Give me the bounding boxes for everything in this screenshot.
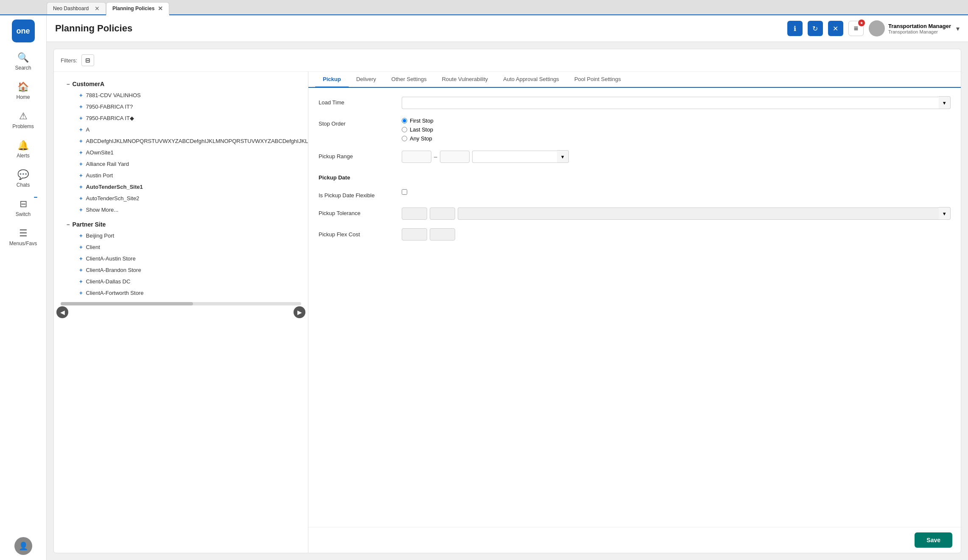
- stop-order-first-radio[interactable]: [402, 118, 407, 123]
- pickup-range-dropdown-button[interactable]: ▾: [557, 150, 569, 163]
- tree-item-abc[interactable]: + ABCDefghIJKLMNOPQRSTUVWXYZABCDefghIJKL…: [54, 135, 308, 147]
- pickup-flexible-checkbox-label[interactable]: [402, 189, 407, 195]
- info-button[interactable]: ℹ: [787, 21, 803, 36]
- stop-order-last-label: Last Stop: [410, 126, 433, 133]
- stop-order-any-stop[interactable]: Any Stop: [402, 135, 434, 142]
- content-body: Filters: ⊟ ◀ − CustomerA: [47, 42, 968, 560]
- search-icon: 🔍: [17, 52, 29, 63]
- app-logo[interactable]: one: [12, 20, 35, 42]
- tree-group-partnersite-header[interactable]: − Partner Site: [54, 219, 308, 230]
- pickup-flex-cost-label: Pickup Flex Cost: [319, 228, 395, 238]
- tree-item-label: ClientA-Dallas DC: [86, 278, 131, 285]
- tree-item-beijing[interactable]: + Beijing Port: [54, 230, 308, 241]
- browser-tabs: Neo Dashboard ✕ Planning Policies ✕: [0, 0, 968, 15]
- pickup-tolerance-control: ▾: [402, 207, 951, 220]
- chevron-down-icon: ▾: [956, 25, 960, 33]
- tree-item-autotender2[interactable]: + AutoTenderSch_Site2: [54, 193, 308, 204]
- tree-item-label: 7881-CDV VALINHOS: [86, 92, 141, 98]
- tree-item-clienta-brandon[interactable]: + ClientA-Brandon Store: [54, 264, 308, 276]
- tab-neo-dashboard-close[interactable]: ✕: [95, 5, 100, 12]
- tree-item-label: AutoTenderSch_Site1: [86, 184, 143, 190]
- tree-item-aownsite1[interactable]: + AOwnSite1: [54, 147, 308, 158]
- pickup-tolerance-unit-input[interactable]: [458, 207, 939, 220]
- pickup-tolerance-row: Pickup Tolerance ▾: [319, 207, 951, 220]
- tree-item-alliance[interactable]: + Alliance Rail Yard: [54, 158, 308, 170]
- tree-item-client[interactable]: + Client: [54, 241, 308, 253]
- refresh-button[interactable]: ↻: [808, 21, 823, 36]
- sidebar-item-switch[interactable]: ⊟ Switch: [4, 194, 42, 221]
- sidebar-item-chats[interactable]: 💬 Chats: [4, 165, 42, 192]
- tab-pickup[interactable]: Pickup: [315, 72, 349, 88]
- stop-order-last-radio[interactable]: [402, 127, 407, 132]
- pickup-flex-cost-input-1[interactable]: [402, 228, 427, 241]
- tree-item-expand-icon: +: [79, 115, 83, 121]
- tab-neo-dashboard[interactable]: Neo Dashboard ✕: [47, 2, 106, 14]
- tree-item-7881[interactable]: + 7881-CDV VALINHOS: [54, 90, 308, 101]
- tree-item-austin-port[interactable]: + Austin Port: [54, 170, 308, 181]
- pickup-flexible-label: Is Pickup Date Flexible: [319, 189, 395, 199]
- tree-scrollbar[interactable]: [61, 302, 301, 305]
- filter-button[interactable]: ⊟: [81, 54, 94, 66]
- load-time-row: Load Time ▾: [319, 96, 951, 109]
- tree-group-customerA-header[interactable]: − CustomerA: [54, 78, 308, 90]
- tree-item-show-more[interactable]: + Show More...: [54, 204, 308, 216]
- stop-order-first-label: First Stop: [410, 118, 434, 124]
- tab-delivery[interactable]: Delivery: [349, 72, 384, 88]
- stop-order-any-label: Any Stop: [410, 135, 432, 142]
- pickup-tolerance-dropdown-button[interactable]: ▾: [939, 207, 951, 220]
- tree-item-autotender1[interactable]: + AutoTenderSch_Site1: [54, 181, 308, 193]
- stop-order-first-stop[interactable]: First Stop: [402, 118, 434, 124]
- tree-item-clienta-fortworth[interactable]: + ClientA-Fortworth Store: [54, 287, 308, 299]
- pickup-flexible-checkbox[interactable]: [402, 189, 407, 195]
- tree-item-7950-1[interactable]: + 7950-FABRICA IT?: [54, 101, 308, 112]
- tree-item-clienta-dallas[interactable]: + ClientA-Dallas DC: [54, 276, 308, 287]
- stop-order-last-stop[interactable]: Last Stop: [402, 126, 434, 133]
- tab-planning-policies-close[interactable]: ✕: [158, 5, 163, 12]
- tree-item-clienta-austin[interactable]: + ClientA-Austin Store: [54, 253, 308, 264]
- pickup-tolerance-input-2[interactable]: [430, 207, 455, 220]
- tree-item-expand-icon: +: [79, 126, 83, 133]
- sidebar-item-alerts[interactable]: 🔔 Alerts: [4, 136, 42, 163]
- sidebar-item-problems[interactable]: ⚠ Problems: [4, 106, 42, 134]
- user-avatar[interactable]: 👤: [14, 537, 32, 555]
- menu-button[interactable]: ≡: [848, 21, 864, 36]
- stop-order-any-radio[interactable]: [402, 136, 407, 141]
- tab-pool-point-settings[interactable]: Pool Point Settings: [567, 72, 629, 88]
- tree-item-a[interactable]: + A: [54, 124, 308, 135]
- tab-planning-policies[interactable]: Planning Policies ✕: [106, 2, 169, 15]
- save-button[interactable]: Save: [915, 532, 952, 548]
- tab-auto-approval-settings[interactable]: Auto Approval Settings: [495, 72, 567, 88]
- range-dash: –: [434, 153, 437, 160]
- tree-item-label: ClientA-Fortworth Store: [86, 290, 144, 296]
- tab-other-settings[interactable]: Other Settings: [384, 72, 434, 88]
- sidebar-item-search[interactable]: 🔍 Search: [4, 48, 42, 75]
- pickup-range-to-input[interactable]: [440, 151, 470, 163]
- close-button[interactable]: ✕: [828, 21, 843, 36]
- sidebar-item-alerts-label: Alerts: [17, 153, 30, 159]
- user-info[interactable]: Transportation Manager Transportation Ma…: [869, 20, 960, 36]
- load-time-dropdown-button[interactable]: ▾: [939, 96, 951, 109]
- tab-route-vulnerability[interactable]: Route Vulnerability: [434, 72, 496, 88]
- sidebar-item-menus[interactable]: ☰ Menus/Favs: [4, 224, 42, 251]
- stop-order-control: First Stop Last Stop Any S: [402, 118, 951, 142]
- pickup-tolerance-input-1[interactable]: [402, 207, 427, 220]
- pickup-flex-cost-row: Pickup Flex Cost: [319, 228, 951, 241]
- switch-icon: ⊟: [20, 199, 27, 210]
- tree-item-label: AutoTenderSch_Site2: [86, 195, 140, 202]
- page-title: Planning Policies: [55, 23, 782, 34]
- tree-item-label: 7950-FABRICA IT?: [86, 104, 133, 110]
- tree-item-label: Beijing Port: [86, 232, 114, 239]
- load-time-input[interactable]: [402, 97, 939, 109]
- pickup-flex-cost-input-2[interactable]: [430, 228, 455, 241]
- sidebar-item-home[interactable]: 🏠 Home: [4, 77, 42, 104]
- tree-item-label: Austin Port: [86, 172, 113, 179]
- pickup-range-from-input[interactable]: [402, 151, 431, 163]
- tree-item-7950-2[interactable]: + 7950-FABRICA IT◆: [54, 112, 308, 124]
- sidebar-item-switch-label: Switch: [16, 211, 31, 217]
- form-area: Load Time ▾ Stop Order: [308, 88, 961, 527]
- tree-nav-left-button[interactable]: ◀: [56, 306, 68, 318]
- pickup-range-unit-input[interactable]: [472, 151, 557, 163]
- split-panel: ◀ − CustomerA + 7881-CDV VALINHOS: [54, 72, 961, 553]
- tree-nav-right-button[interactable]: ▶: [294, 306, 305, 318]
- tree-item-expand-icon: +: [79, 232, 83, 239]
